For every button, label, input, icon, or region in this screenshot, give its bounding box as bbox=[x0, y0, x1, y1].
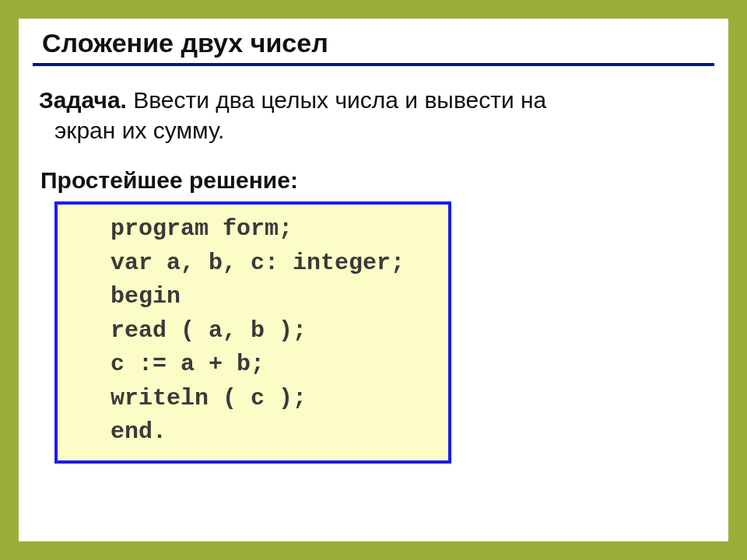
task-label: Задача. bbox=[39, 87, 127, 113]
slide-frame: Сложение двух чисел Задача. Ввести два ц… bbox=[0, 0, 747, 560]
task-text-line2: экран их сумму. bbox=[54, 115, 708, 145]
code-block: program form; var a, b, c: integer; begi… bbox=[54, 201, 451, 464]
task-paragraph: Задача. Ввести два целых числа и вывести… bbox=[39, 85, 708, 145]
code-listing: program form; var a, b, c: integer; begi… bbox=[68, 212, 439, 450]
task-text-line1: Ввести два целых числа и вывести на bbox=[127, 87, 546, 113]
slide-title: Сложение двух чисел bbox=[42, 28, 714, 58]
title-underline bbox=[33, 63, 714, 66]
solution-heading: Простейшее решение: bbox=[40, 167, 714, 194]
